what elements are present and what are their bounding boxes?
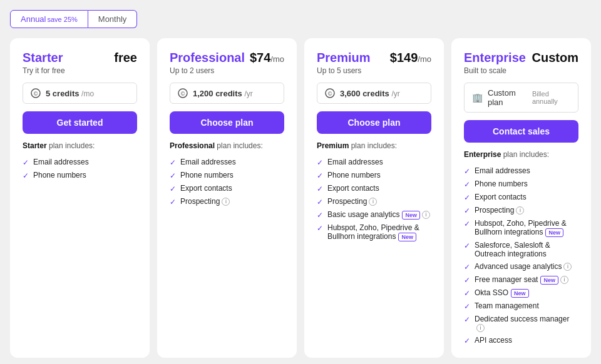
plan-card-premium: PremiumUp to 5 users$149/mo©3,600 credit… (304, 38, 444, 358)
feature-text: Export contacts (327, 184, 379, 193)
info-icon[interactable]: i (369, 198, 377, 206)
feature-text: Free manager seatNewi (475, 275, 568, 285)
check-icon: ✓ (23, 158, 29, 167)
features-list-premium: ✓Email addresses✓Phone numbers✓Export co… (317, 158, 431, 241)
check-icon: ✓ (464, 263, 470, 271)
list-item: ✓Basic usage analyticsNewi (317, 210, 431, 220)
credits-icon: © (178, 88, 188, 98)
includes-label-starter: Starter plan includes: (23, 141, 137, 150)
cta-button-enterprise[interactable]: Contact sales (464, 120, 578, 143)
check-icon: ✓ (464, 193, 470, 202)
plan-header-starter: StarterTry it for freefree (23, 51, 137, 75)
list-item: ✓Okta SSONew (464, 288, 578, 298)
info-icon[interactable]: i (563, 263, 572, 271)
list-item: ✓Export contacts (170, 184, 284, 193)
plan-price-premium: $149/mo (390, 51, 431, 65)
billed-annually-label: Billed annually (532, 90, 570, 105)
cta-button-starter[interactable]: Get started (23, 111, 137, 134)
new-badge: New (540, 276, 558, 285)
list-item: ✓Email addresses (170, 158, 284, 167)
building-icon: 🏢 (472, 93, 483, 103)
check-icon: ✓ (317, 224, 323, 233)
feature-text: Salesforce, Salesloft & Outreach integra… (475, 241, 578, 258)
plan-header-professional: ProfessionalUp to 2 users$74/mo (170, 51, 284, 75)
new-badge: New (398, 233, 416, 241)
plan-price-starter: free (114, 51, 137, 65)
check-icon: ✓ (170, 158, 176, 167)
list-item: ✓Team management (464, 301, 578, 311)
check-icon: ✓ (464, 315, 470, 324)
credits-icon: © (325, 88, 335, 98)
info-icon[interactable]: i (476, 324, 485, 332)
check-icon: ✓ (170, 171, 176, 180)
info-icon[interactable]: i (222, 198, 230, 206)
feature-text: Team management (475, 301, 539, 310)
check-icon: ✓ (317, 211, 323, 220)
feature-text: Advanced usage analyticsi (475, 262, 572, 271)
plan-subtitle-professional: Up to 2 users (170, 66, 245, 75)
info-icon[interactable]: i (560, 276, 568, 284)
feature-text: Prospectingi (475, 206, 524, 215)
list-item: ✓Prospectingi (464, 206, 578, 215)
list-item: ✓Phone numbers (317, 171, 431, 180)
check-icon: ✓ (317, 185, 323, 193)
credits-icon: © (31, 88, 41, 98)
feature-text: Hubspot, Zoho, Pipedrive & Bullhorn inte… (327, 223, 431, 241)
list-item: ✓Hubspot, Zoho, Pipedrive & Bullhorn int… (317, 223, 431, 241)
custom-plan-box: 🏢Custom planBilled annually (464, 83, 578, 113)
feature-text: Email addresses (327, 158, 383, 166)
check-icon: ✓ (464, 289, 470, 298)
credits-box-professional: ©1,200 credits /yr (170, 83, 284, 104)
new-badge: New (545, 228, 563, 237)
features-list-starter: ✓Email addresses✓Phone numbers (23, 158, 137, 180)
feature-text: Phone numbers (327, 171, 381, 179)
feature-text: Export contacts (475, 193, 527, 201)
credits-text-premium: 3,600 credits /yr (340, 89, 400, 98)
plan-card-enterprise: EnterpriseBuilt to scaleCustom🏢Custom pl… (451, 38, 591, 358)
save-badge: save 25% (47, 16, 77, 23)
list-item: ✓Hubspot, Zoho, Pipedrive & Bullhorn int… (464, 219, 578, 237)
plan-header-enterprise: EnterpriseBuilt to scaleCustom (464, 51, 578, 75)
svg-text:©: © (181, 91, 185, 97)
credits-text-starter: 5 credits /mo (46, 89, 94, 98)
check-icon: ✓ (170, 198, 176, 206)
feature-text: API access (475, 336, 512, 345)
check-icon: ✓ (464, 302, 470, 311)
list-item: ✓Prospectingi (317, 197, 431, 206)
credits-text-professional: 1,200 credits /yr (193, 89, 253, 98)
check-icon: ✓ (464, 180, 470, 189)
monthly-toggle[interactable]: Monthly (88, 10, 138, 28)
cta-button-premium[interactable]: Choose plan (317, 111, 431, 134)
info-icon[interactable]: i (516, 206, 524, 215)
list-item: ✓Export contacts (464, 193, 578, 202)
plan-name-enterprise: Enterprise (464, 51, 526, 65)
feature-text: Phone numbers (475, 179, 528, 188)
plan-subtitle-starter: Try it for free (23, 66, 65, 75)
plan-header-premium: PremiumUp to 5 users$149/mo (317, 51, 431, 75)
plan-card-starter: StarterTry it for freefree©5 credits /mo… (10, 38, 150, 358)
cta-button-professional[interactable]: Choose plan (170, 111, 284, 134)
check-icon: ✓ (464, 336, 470, 345)
info-icon[interactable]: i (422, 211, 430, 219)
includes-label-professional: Professional plan includes: (170, 141, 284, 150)
plan-subtitle-enterprise: Built to scale (464, 66, 526, 75)
list-item: ✓Phone numbers (464, 179, 578, 189)
feature-text: Prospectingi (327, 197, 377, 206)
plan-name-premium: Premium (317, 51, 371, 65)
feature-text: Phone numbers (33, 171, 86, 179)
feature-text: Email addresses (475, 166, 530, 175)
list-item: ✓Advanced usage analyticsi (464, 262, 578, 271)
plan-name-professional: Professional (170, 51, 245, 65)
list-item: ✓Prospectingi (170, 197, 284, 206)
feature-text: Email addresses (180, 158, 236, 166)
check-icon: ✓ (317, 171, 323, 180)
list-item: ✓Email addresses (317, 158, 431, 167)
feature-text: Email addresses (33, 158, 89, 166)
plan-name-starter: Starter (23, 51, 65, 65)
list-item: ✓Email addresses (23, 158, 137, 167)
feature-text: Basic usage analyticsNewi (327, 210, 430, 220)
new-badge: New (402, 211, 420, 220)
list-item: ✓Email addresses (464, 166, 578, 176)
features-list-enterprise: ✓Email addresses✓Phone numbers✓Export co… (464, 166, 578, 345)
annual-toggle[interactable]: Annualsave 25% (10, 10, 88, 28)
